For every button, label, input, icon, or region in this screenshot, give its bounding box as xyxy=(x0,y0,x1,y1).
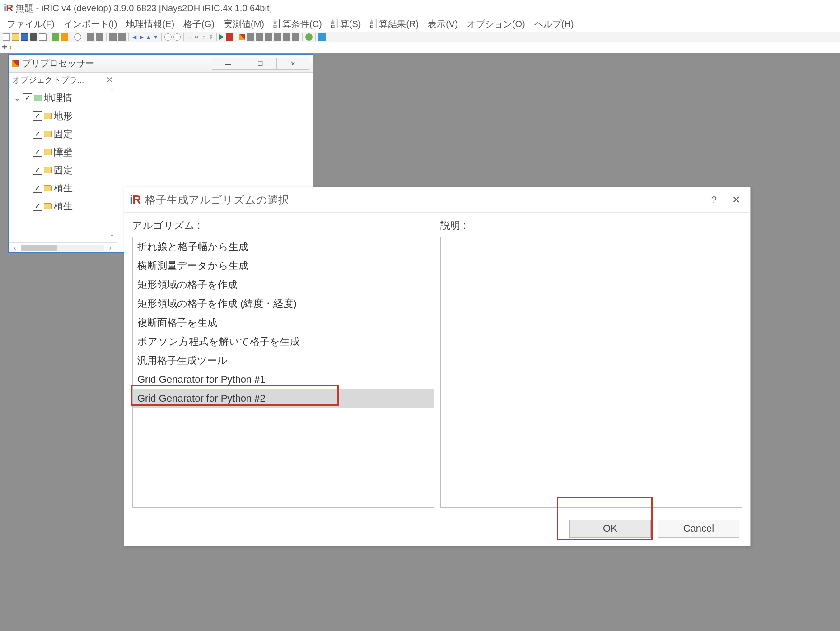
menu-file[interactable]: ファイル(F) xyxy=(3,16,59,32)
shrink-v-icon[interactable]: ⇕ xyxy=(208,34,214,40)
snapshot-icon[interactable] xyxy=(30,33,37,41)
save-icon[interactable] xyxy=(21,33,28,41)
zoom-out-icon[interactable] xyxy=(173,33,181,41)
rotate-icon[interactable] xyxy=(109,33,117,41)
chevron-down-icon[interactable]: ⌄ xyxy=(14,94,21,102)
run-icon[interactable] xyxy=(219,34,224,40)
object-browser-tab[interactable]: オブジェクトブラ... ✕ xyxy=(9,73,117,87)
algorithm-item[interactable]: ポアソン方程式を解いて格子を生成 xyxy=(133,332,434,351)
preprocessor-title-bar[interactable]: プリプロセッサー — ☐ ✕ xyxy=(9,55,313,73)
algorithm-item[interactable]: 複断面格子を生成 xyxy=(133,313,434,332)
shrink-h-icon[interactable]: ⇔ xyxy=(194,34,199,40)
close-panel-icon[interactable]: ✕ xyxy=(106,75,113,85)
checkbox[interactable]: ✓ xyxy=(33,111,42,121)
algorithm-item[interactable]: Grid Genarator for Python #1 xyxy=(133,370,434,389)
reload-icon[interactable] xyxy=(305,33,313,41)
vector-icon[interactable] xyxy=(274,33,281,41)
scrollbar-vertical[interactable]: ˄ ˅ xyxy=(107,87,117,242)
edit-icon[interactable] xyxy=(239,34,245,40)
stretch-v-icon[interactable]: ↕ xyxy=(201,34,206,40)
algorithm-item[interactable]: 汎用格子生成ツール xyxy=(133,351,434,370)
checkbox[interactable]: ✓ xyxy=(23,93,32,102)
menu-import[interactable]: インポート(I) xyxy=(60,16,121,32)
checkbox[interactable]: ✓ xyxy=(33,148,42,157)
table-icon[interactable] xyxy=(247,33,254,41)
menu-geo[interactable]: 地理情報(E) xyxy=(122,16,178,32)
algorithm-item[interactable]: 矩形領域の格子を作成 (緯度・経度) xyxy=(133,294,434,313)
menu-view[interactable]: 表示(V) xyxy=(424,16,462,32)
scroll-track[interactable] xyxy=(21,245,104,251)
dialog-close-button[interactable]: ✕ xyxy=(728,194,745,206)
collapse-icon[interactable]: ↕ xyxy=(9,43,12,51)
tree-item[interactable]: ✓固定 xyxy=(10,125,115,143)
algorithm-label: アルゴリズム : xyxy=(132,219,434,232)
expand-icon[interactable]: ✚ xyxy=(2,43,7,51)
object-tree[interactable]: ⌄ ✓ 地理情 ✓地形✓固定✓障壁✓固定✓植生✓植生 xyxy=(9,87,117,242)
chart-icon[interactable] xyxy=(256,33,263,41)
separator xyxy=(106,33,107,41)
checkbox[interactable]: ✓ xyxy=(33,130,42,139)
cancel-button[interactable]: Cancel xyxy=(658,520,739,538)
zoom-fit-icon[interactable] xyxy=(74,33,81,41)
scrollbar-horizontal[interactable]: ‹ › xyxy=(9,242,117,252)
copy-icon[interactable] xyxy=(39,33,46,41)
window-maximize-button[interactable]: ☐ xyxy=(244,58,277,70)
profile-icon[interactable] xyxy=(283,33,290,41)
zoom-in-icon[interactable] xyxy=(164,33,172,41)
scroll-right-icon[interactable]: › xyxy=(106,244,115,252)
scroll-up-icon[interactable]: ˄ xyxy=(107,87,117,96)
menu-result[interactable]: 計算結果(R) xyxy=(366,16,423,32)
undo-icon[interactable] xyxy=(52,33,59,41)
rotate2-icon[interactable] xyxy=(118,33,126,41)
menu-calc[interactable]: 計算(S) xyxy=(327,16,365,32)
algorithm-item[interactable]: 折れ線と格子幅から生成 xyxy=(133,237,434,256)
stretch-h-icon[interactable]: ↔ xyxy=(187,34,192,40)
contour-icon[interactable] xyxy=(265,33,272,41)
checkbox[interactable]: ✓ xyxy=(33,166,42,175)
window-close-button[interactable]: ✕ xyxy=(277,58,309,70)
help-button[interactable]: ? xyxy=(705,194,723,206)
algorithm-item[interactable]: 横断測量データから生成 xyxy=(133,256,434,275)
arrow-up-icon[interactable]: ▲ xyxy=(146,34,151,40)
tree-item[interactable]: ✓植生 xyxy=(10,197,115,215)
algorithm-list[interactable]: 折れ線と格子幅から生成横断測量データから生成矩形領域の格子を作成矩形領域の格子を… xyxy=(132,237,434,508)
algorithm-item[interactable]: 矩形領域の格子を作成 xyxy=(133,275,434,294)
pencil-icon xyxy=(12,60,19,67)
checkbox[interactable]: ✓ xyxy=(33,184,42,193)
menu-help[interactable]: ヘルプ(H) xyxy=(530,16,578,32)
arrow-right-icon[interactable]: ▶ xyxy=(139,34,144,40)
checkbox[interactable]: ✓ xyxy=(33,202,42,211)
tree-root-label: 地理情 xyxy=(44,92,72,104)
open-icon[interactable] xyxy=(12,33,19,41)
menu-grid[interactable]: 格子(G) xyxy=(179,16,219,32)
app-title: 無題 - iRIC v4 (develop) 3.9.0.6823 [Nays2… xyxy=(15,2,272,14)
description-label: 説明 : xyxy=(440,219,742,232)
select-rect-icon[interactable] xyxy=(96,33,103,41)
object-browser-panel: オブジェクトブラ... ✕ ⌄ ✓ 地理情 ✓地形✓固定✓障壁✓固定✓植生✓植生… xyxy=(9,73,117,252)
dialog-title-bar[interactable]: iR 格子生成アルゴリズムの選択 ? ✕ xyxy=(124,187,750,213)
tree-item[interactable]: ✓固定 xyxy=(10,161,115,179)
redo-icon[interactable] xyxy=(61,33,68,41)
tree-item[interactable]: ✓植生 xyxy=(10,179,115,197)
arrow-left-icon[interactable]: ◀ xyxy=(131,34,137,40)
separator xyxy=(128,33,129,41)
window-minimize-button[interactable]: — xyxy=(212,58,244,70)
separator xyxy=(302,33,303,41)
stop-icon[interactable] xyxy=(226,33,233,41)
time-icon[interactable] xyxy=(292,33,299,41)
menu-calc-cond[interactable]: 計算条件(C) xyxy=(269,16,326,32)
tree-item[interactable]: ✓地形 xyxy=(10,107,115,125)
info-icon[interactable] xyxy=(318,33,326,41)
tree-root[interactable]: ⌄ ✓ 地理情 xyxy=(10,89,115,107)
select-icon[interactable] xyxy=(87,33,94,41)
scroll-down-icon[interactable]: ˅ xyxy=(107,233,117,242)
ok-button[interactable]: OK xyxy=(569,520,651,538)
scroll-left-icon[interactable]: ‹ xyxy=(10,244,19,252)
menu-measured[interactable]: 実測値(M) xyxy=(219,16,268,32)
scroll-thumb[interactable] xyxy=(21,245,57,251)
arrow-down-icon[interactable]: ▼ xyxy=(153,34,159,40)
algorithm-item[interactable]: Grid Genarator for Python #2 xyxy=(133,389,434,408)
new-icon[interactable] xyxy=(3,33,10,41)
tree-item[interactable]: ✓障壁 xyxy=(10,143,115,161)
menu-option[interactable]: オプション(O) xyxy=(463,16,529,32)
